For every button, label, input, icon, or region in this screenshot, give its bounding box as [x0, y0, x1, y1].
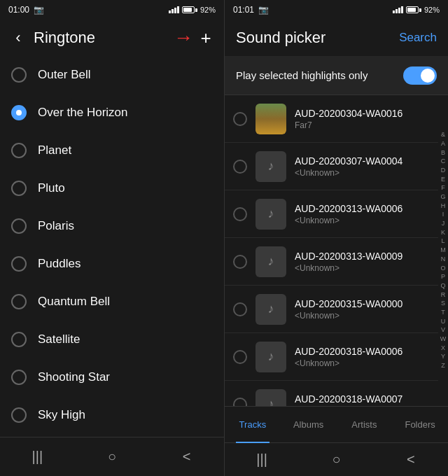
alpha-letter[interactable]: M: [440, 246, 446, 255]
alpha-letter[interactable]: L: [441, 237, 444, 246]
alpha-letter[interactable]: W: [440, 335, 447, 344]
ringtone-name: Satellite: [38, 332, 80, 346]
alpha-letter[interactable]: J: [442, 220, 445, 228]
ringtone-list: Outer BellOver the HorizonPlanetPlutoPol…: [0, 56, 224, 437]
alpha-letter[interactable]: H: [441, 202, 446, 211]
left-home-nav[interactable]: ○: [98, 443, 126, 471]
right-battery-text: 92%: [424, 6, 440, 14]
left-menu-nav[interactable]: |||: [23, 443, 51, 471]
sound-list-item[interactable]: ♪AUD-20200318-WA0007<Unknown>: [225, 381, 438, 406]
alpha-letter[interactable]: G: [440, 193, 445, 202]
ringtone-name: Over the Horizon: [38, 106, 128, 120]
sound-radio: [233, 350, 247, 364]
sound-thumbnail: ♪: [255, 294, 286, 325]
alpha-letter[interactable]: X: [441, 344, 445, 353]
page-title: Ringtone: [34, 29, 174, 47]
tab-albums[interactable]: Albums: [281, 407, 337, 443]
alpha-letter[interactable]: O: [440, 265, 445, 273]
alpha-letter[interactable]: Z: [441, 362, 445, 370]
list-item[interactable]: Over the Horizon: [0, 94, 224, 132]
right-signal-icon: [393, 6, 403, 13]
alpha-letter[interactable]: I: [442, 211, 444, 219]
list-item[interactable]: Planet: [0, 132, 224, 169]
sound-subtitle: <Unknown>: [295, 311, 430, 321]
alpha-letter[interactable]: E: [441, 176, 445, 184]
bottom-tabs: TracksAlbumsArtistsFolders: [225, 406, 448, 442]
list-item[interactable]: Pluto: [0, 169, 224, 207]
sound-name: AUD-20200313-WA0006: [295, 203, 430, 214]
tab-tracks[interactable]: Tracks: [225, 407, 281, 443]
right-back-nav[interactable]: <: [397, 446, 425, 474]
sound-subtitle: <Unknown>: [295, 358, 430, 368]
ringtone-name: Polaris: [38, 219, 74, 233]
sound-list-item[interactable]: ♪AUD-20200318-WA0006<Unknown>: [225, 333, 438, 381]
tab-artists[interactable]: Artists: [337, 407, 393, 443]
alpha-letter[interactable]: C: [441, 158, 446, 166]
music-note-icon: ♪: [268, 349, 274, 364]
right-status-bar: 01:01 📷 92%: [225, 0, 448, 20]
alpha-letter[interactable]: U: [441, 318, 446, 326]
list-item[interactable]: Outer Bell: [0, 56, 224, 94]
alpha-letter[interactable]: V: [441, 326, 445, 335]
ringtone-name: Puddles: [38, 257, 80, 271]
list-item[interactable]: Quantum Bell: [0, 283, 224, 321]
sound-info: AUD-20200313-WA0009<Unknown>: [295, 251, 430, 273]
add-button[interactable]: +: [193, 25, 218, 50]
alpha-letter[interactable]: R: [441, 291, 446, 300]
list-item[interactable]: Sky High: [0, 396, 224, 434]
sound-subtitle: <Unknown>: [295, 168, 430, 178]
sound-name: AUD-20200304-WA0016: [295, 108, 430, 119]
alpha-letter[interactable]: Q: [440, 282, 445, 290]
alpha-letter[interactable]: N: [441, 255, 446, 264]
list-item[interactable]: Puddles: [0, 245, 224, 283]
ringtone-name: Pluto: [38, 181, 65, 195]
right-menu-nav[interactable]: |||: [248, 446, 276, 474]
highlight-toggle-row: Play selected highlights only: [225, 56, 448, 95]
toggle-switch[interactable]: [403, 66, 437, 85]
sound-thumbnail: ♪: [255, 389, 286, 407]
right-time: 01:01: [233, 5, 254, 15]
alpha-letter[interactable]: T: [441, 309, 445, 317]
sound-subtitle: <Unknown>: [295, 263, 430, 273]
sound-subtitle: Far7: [295, 120, 430, 130]
ringtone-name: Outer Bell: [38, 68, 91, 82]
left-back-nav[interactable]: <: [173, 443, 201, 471]
alpha-letter[interactable]: &: [441, 131, 445, 139]
radio-circle: [11, 407, 27, 423]
radio-circle: [11, 67, 27, 83]
search-button[interactable]: Search: [399, 31, 437, 45]
alpha-letter[interactable]: A: [441, 140, 445, 148]
sound-list-item[interactable]: ♪AUD-20200307-WA0004<Unknown>: [225, 143, 438, 190]
sound-list-item[interactable]: ♪AUD-20200313-WA0006<Unknown>: [225, 190, 438, 238]
radio-circle: [11, 181, 27, 196]
sound-name: AUD-20200318-WA0006: [295, 346, 430, 357]
alpha-letter[interactable]: B: [441, 149, 445, 158]
sound-thumbnail: ♪: [255, 199, 286, 230]
right-home-nav[interactable]: ○: [322, 446, 350, 474]
alpha-letter[interactable]: F: [441, 184, 445, 192]
list-item[interactable]: Shooting Star: [0, 358, 224, 396]
alpha-letter[interactable]: Y: [441, 353, 445, 361]
right-status-left: 01:01 📷: [233, 5, 269, 15]
sound-list-item[interactable]: ♪AUD-20200315-WA0000<Unknown>: [225, 286, 438, 333]
alpha-letter[interactable]: P: [441, 273, 445, 281]
radio-circle: [11, 105, 27, 120]
tab-folders[interactable]: Folders: [392, 407, 448, 443]
alpha-letter[interactable]: D: [441, 167, 446, 175]
radio-circle: [11, 256, 27, 272]
music-note-icon: ♪: [268, 397, 274, 406]
music-note-icon: ♪: [268, 302, 274, 316]
back-button[interactable]: ‹: [6, 25, 31, 50]
alpha-letter[interactable]: K: [441, 229, 445, 237]
sound-thumbnail: ♪: [255, 342, 286, 372]
sound-list-item[interactable]: AUD-20200304-WA0016Far7: [225, 95, 438, 143]
radio-circle: [11, 370, 27, 385]
list-item[interactable]: Satellite: [0, 321, 224, 358]
sound-info: AUD-20200313-WA0006<Unknown>: [295, 203, 430, 225]
sound-radio: [233, 302, 247, 316]
sound-list-item[interactable]: ♪AUD-20200313-WA0009<Unknown>: [225, 238, 438, 286]
list-item[interactable]: Polaris: [0, 207, 224, 245]
alpha-letter[interactable]: S: [441, 300, 445, 308]
ringtone-name: Planet: [38, 144, 71, 158]
sound-info: AUD-20200318-WA0006<Unknown>: [295, 346, 430, 368]
